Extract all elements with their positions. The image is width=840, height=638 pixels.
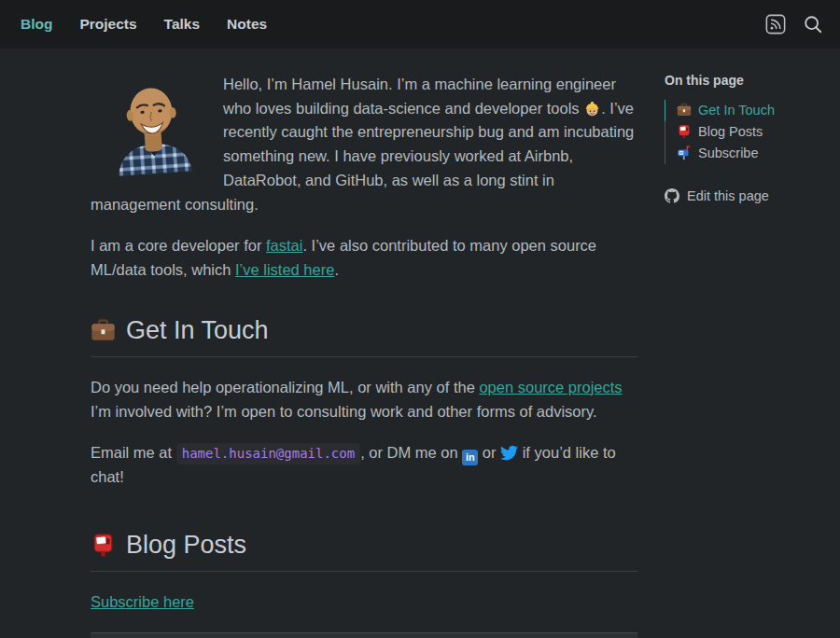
- toc-link-subscribe[interactable]: Subscribe: [665, 143, 837, 164]
- postbox-icon: [91, 533, 116, 558]
- consulting-text-2: I’m involved with? I’m open to consultin…: [91, 403, 597, 420]
- main-content: Hello, I’m Hamel Husain. I’m a machine l…: [91, 73, 637, 638]
- nav-item-talks[interactable]: Talks: [159, 12, 206, 36]
- edit-this-page-label: Edit this page: [687, 188, 769, 203]
- get-in-touch-heading-text: Get In Touch: [126, 316, 269, 345]
- table-header-title: Title: [160, 632, 637, 638]
- edit-this-page-link[interactable]: Edit this page: [665, 188, 837, 203]
- twitter-icon[interactable]: [500, 444, 518, 462]
- postbox-icon: [677, 124, 692, 139]
- toc-sidebar: On this page Get In Touch Blog Posts: [665, 73, 837, 638]
- briefcase-icon: [91, 318, 116, 343]
- construction-worker-emoji: [583, 100, 601, 118]
- toc-item-subscribe: Subscribe: [665, 143, 837, 164]
- page-body: Hello, I’m Hamel Husain. I’m a machine l…: [0, 49, 840, 638]
- toc-label: Get In Touch: [698, 103, 775, 118]
- fastai-link[interactable]: fastai: [266, 237, 302, 254]
- navbar: Blog Projects Talks Notes: [0, 0, 840, 49]
- toc-title: On this page: [665, 73, 837, 88]
- nav-item-blog[interactable]: Blog: [15, 12, 58, 36]
- intro-text-1: Hello, I’m Hamel Husain. I’m a machine l…: [223, 76, 616, 117]
- toc-item-get-in-touch: Get In Touch: [665, 100, 837, 121]
- rss-icon[interactable]: [765, 14, 786, 35]
- open-source-projects-link[interactable]: open source projects: [479, 379, 622, 395]
- github-icon: [665, 188, 679, 203]
- intro-section: Hello, I’m Hamel Husain. I’m a machine l…: [91, 73, 637, 216]
- navbar-icons: [765, 14, 825, 35]
- toc-item-blog-posts: Blog Posts: [665, 121, 837, 143]
- toc-link-blog-posts[interactable]: Blog Posts: [665, 121, 837, 143]
- blog-posts-heading-text: Blog Posts: [126, 531, 246, 560]
- toc-label: Blog Posts: [698, 124, 763, 139]
- get-in-touch-heading: Get In Touch: [91, 316, 637, 357]
- email-paragraph: Email me at hamel.husain@gmail.com, or D…: [91, 441, 637, 490]
- consulting-paragraph: Do you need help operationalizing ML, or…: [91, 376, 637, 423]
- search-icon[interactable]: [803, 14, 823, 35]
- consulting-text-1: Do you need help operationalizing ML, or…: [91, 379, 479, 395]
- listed-here-link[interactable]: I’ve listed here: [235, 261, 334, 278]
- toc-link-get-in-touch[interactable]: Get In Touch: [665, 100, 837, 121]
- subscribe-paragraph: Subscribe here: [91, 590, 637, 615]
- avatar: [96, 71, 207, 179]
- table-header-row: Date Title: [91, 632, 637, 638]
- briefcase-icon: [677, 103, 692, 118]
- email-text-1: Email me at: [91, 444, 176, 461]
- nav-item-projects[interactable]: Projects: [74, 12, 142, 36]
- toc-list: Get In Touch Blog Posts Subscribe: [665, 100, 837, 164]
- fastai-text-1: I am a core developer for: [91, 237, 266, 254]
- nav-item-notes[interactable]: Notes: [221, 12, 273, 36]
- blog-posts-heading: Blog Posts: [91, 531, 637, 572]
- subscribe-here-link[interactable]: Subscribe here: [91, 593, 194, 610]
- mailbox-icon: [677, 146, 692, 160]
- table-header-date: Date: [91, 632, 160, 638]
- email-address[interactable]: hamel.husain@gmail.com: [176, 443, 360, 465]
- email-text-2: , or DM me on: [360, 444, 462, 461]
- navbar-links: Blog Projects Talks Notes: [15, 12, 273, 36]
- toc-label: Subscribe: [698, 146, 758, 160]
- linkedin-icon[interactable]: in: [462, 450, 478, 465]
- fastai-paragraph: I am a core developer for fastai. I’ve a…: [91, 234, 637, 282]
- fastai-text-3: .: [334, 261, 339, 278]
- blog-posts-table: Date Title 1/16/23 Why Should ML Enginee…: [91, 632, 637, 638]
- email-text-3: or: [478, 444, 500, 461]
